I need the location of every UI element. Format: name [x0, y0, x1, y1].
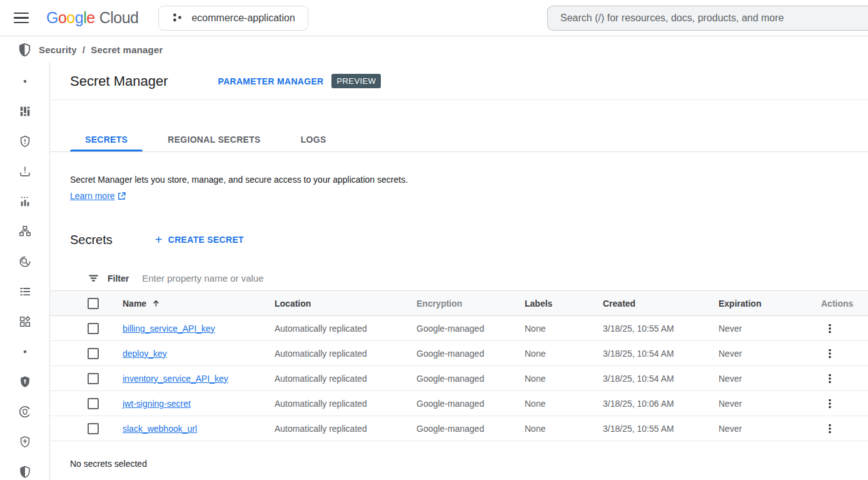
breadcrumb-current-page: Secret manager	[91, 44, 163, 55]
row-checkbox[interactable]	[88, 398, 99, 409]
location-cell: Automatically replicated	[275, 424, 416, 434]
labels-cell: None	[525, 324, 603, 334]
learn-more-label: Learn more	[70, 191, 115, 201]
project-selector[interactable]: ecommerce-application	[158, 6, 308, 31]
secrets-section-header: Secrets + CREATE SECRET	[50, 230, 868, 250]
filter-icon	[88, 272, 99, 284]
filter-bar: Filter	[50, 266, 868, 291]
hierarchy-icon	[18, 225, 32, 238]
shield-lock-icon	[18, 375, 32, 389]
sidebar-item-command-center[interactable]	[10, 103, 40, 120]
expiration-cell: Never	[719, 324, 812, 334]
breadcrumb-security-link[interactable]: Security	[39, 44, 77, 55]
workload-squares-icon	[18, 315, 32, 329]
row-actions-kebab-icon[interactable]	[821, 345, 839, 362]
row-actions-kebab-icon[interactable]	[821, 370, 839, 387]
tab-logs[interactable]: LOGS	[286, 128, 341, 151]
logo-cloud-text: Cloud	[99, 9, 139, 27]
list-icon	[18, 285, 32, 299]
command-center-icon	[18, 105, 32, 118]
top-app-bar: Google Cloud ecommerce-application	[0, 0, 868, 36]
secret-name-link[interactable]: jwt-signing-secret	[123, 399, 191, 409]
encryption-cell: Google-managed	[416, 324, 525, 334]
column-header-encryption: Encryption	[416, 299, 525, 309]
shield-plus-icon	[18, 435, 32, 449]
location-cell: Automatically replicated	[275, 374, 416, 384]
column-header-name[interactable]: Name	[123, 299, 146, 309]
bar-chart-icon	[18, 195, 32, 208]
row-actions-kebab-icon[interactable]	[821, 420, 839, 437]
secret-name-link[interactable]: deploy_key	[123, 349, 167, 359]
sidebar-item-dot[interactable]	[10, 343, 40, 360]
create-secret-button[interactable]: + CREATE SECRET	[149, 230, 250, 250]
tray-alert-icon	[18, 165, 32, 178]
labels-cell: None	[525, 424, 603, 434]
intro-description: Secret Manager lets you store, manage, a…	[70, 175, 868, 185]
encryption-cell: Google-managed	[416, 374, 525, 384]
tab-bar: SECRETS REGIONAL SECRETS LOGS	[50, 128, 868, 152]
breadcrumb: Security / Secret manager	[0, 36, 868, 63]
secret-name-link[interactable]: inventory_service_API_key	[123, 374, 228, 384]
expiration-cell: Never	[719, 374, 812, 384]
column-header-actions: Actions	[812, 299, 868, 309]
google-cloud-logo: Google Cloud	[46, 9, 138, 27]
sidebar-item-security-home[interactable]	[10, 463, 40, 480]
select-all-checkbox[interactable]	[88, 298, 99, 309]
google-logo-letters: Google	[46, 9, 95, 27]
parameter-manager-link[interactable]: PARAMETER MANAGER	[218, 76, 324, 86]
secret-name-link[interactable]: slack_webhook_url	[123, 424, 197, 434]
column-header-created[interactable]: Created	[603, 299, 719, 309]
column-header-labels[interactable]: Labels	[525, 299, 603, 309]
sidebar-item-findings[interactable]	[10, 163, 40, 180]
row-checkbox[interactable]	[88, 348, 99, 359]
tab-secrets[interactable]: SECRETS	[70, 128, 143, 151]
search-input[interactable]	[548, 13, 868, 24]
column-header-location[interactable]: Location	[275, 299, 416, 309]
secret-manager-page: Secret Manager PARAMETER MANAGER PREVIEW…	[50, 63, 868, 480]
row-checkbox[interactable]	[88, 423, 99, 434]
intro-section: Secret Manager lets you store, manage, a…	[50, 175, 868, 201]
sidebar-item-secret-manager[interactable]	[10, 373, 40, 391]
row-checkbox[interactable]	[88, 373, 99, 384]
dot-icon	[23, 79, 28, 84]
breadcrumb-separator: /	[83, 44, 85, 55]
shield-alert-icon	[18, 135, 32, 148]
table-row: billing_service_API_key Automatically re…	[50, 316, 868, 341]
created-cell: 3/18/25, 10:55 AM	[603, 424, 719, 434]
sidebar-item-threats[interactable]	[10, 133, 40, 150]
table-row: inventory_service_API_key Automatically …	[50, 366, 868, 391]
sidebar-item-compliance[interactable]	[10, 403, 40, 421]
project-icon	[171, 12, 183, 24]
sidebar-item-overview[interactable]	[10, 73, 40, 90]
row-actions-kebab-icon[interactable]	[821, 320, 839, 337]
expiration-cell: Never	[719, 424, 812, 434]
page-title: Secret Manager	[70, 73, 168, 89]
encryption-cell: Google-managed	[416, 424, 525, 434]
security-shield-icon	[18, 43, 32, 57]
sidebar-item-shield-plus[interactable]	[10, 433, 40, 451]
sidebar-item-analytics[interactable]	[10, 193, 40, 210]
shield-circle-icon	[18, 405, 32, 419]
security-nav-sidebar	[0, 63, 50, 480]
table-row: deploy_key Automatically replicated Goog…	[50, 341, 868, 366]
sidebar-item-hierarchy[interactable]	[10, 223, 40, 240]
hamburger-menu-icon[interactable]	[14, 11, 30, 26]
table-body: billing_service_API_key Automatically re…	[50, 316, 868, 441]
sidebar-item-workloads[interactable]	[10, 313, 40, 330]
encryption-cell: Google-managed	[416, 349, 525, 359]
sidebar-item-scanner[interactable]	[10, 253, 40, 270]
filter-input[interactable]	[141, 272, 868, 284]
tab-regional-secrets[interactable]: REGIONAL SECRETS	[153, 128, 275, 151]
row-actions-kebab-icon[interactable]	[821, 395, 839, 412]
location-cell: Automatically replicated	[275, 349, 416, 359]
row-checkbox[interactable]	[88, 323, 99, 334]
sidebar-item-list[interactable]	[10, 283, 40, 300]
learn-more-link[interactable]: Learn more	[70, 191, 126, 201]
secrets-heading: Secrets	[70, 233, 113, 247]
table-row: jwt-signing-secret Automatically replica…	[50, 391, 868, 416]
column-header-expiration[interactable]: Expiration	[719, 299, 812, 309]
secret-name-link[interactable]: billing_service_API_key	[123, 324, 215, 334]
labels-cell: None	[525, 349, 603, 359]
location-cell: Automatically replicated	[275, 324, 416, 334]
created-cell: 3/18/25, 10:54 AM	[603, 374, 719, 384]
